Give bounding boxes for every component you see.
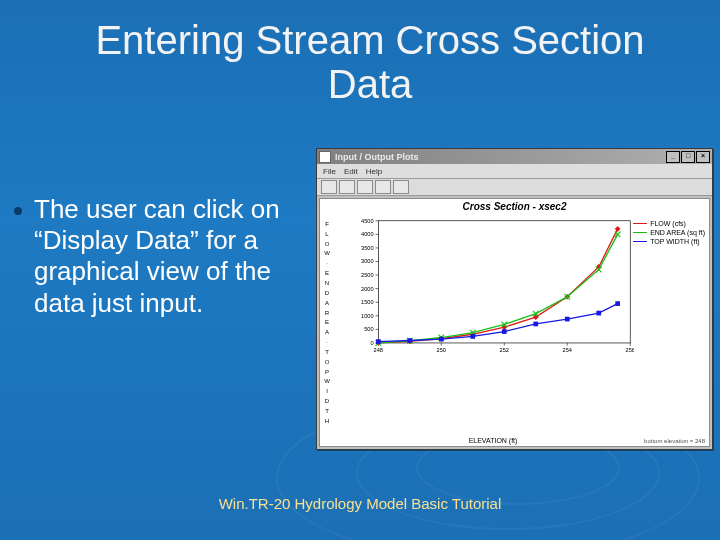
legend-item: END AREA (sq ft) [633, 228, 705, 237]
plot-title: Cross Section - xsec2 [320, 201, 709, 212]
svg-rect-35 [502, 329, 507, 334]
legend-label: END AREA (sq ft) [650, 228, 705, 237]
svg-rect-33 [439, 337, 444, 342]
window-title: Input / Output Plots [335, 152, 418, 162]
svg-text:256: 256 [626, 347, 634, 353]
svg-rect-31 [376, 339, 381, 344]
slide-footer: Win.TR-20 Hydrology Model Basic Tutorial [0, 495, 720, 512]
diamond-icon [633, 223, 647, 224]
toolbar [317, 179, 712, 196]
svg-text:254: 254 [563, 347, 572, 353]
svg-text:4000: 4000 [361, 231, 374, 237]
svg-text:1000: 1000 [361, 313, 374, 319]
svg-rect-34 [470, 334, 475, 339]
svg-rect-37 [565, 317, 570, 322]
chart-canvas: 0500100015002000250030003500400045002482… [352, 217, 634, 358]
toolbar-button-4[interactable] [375, 180, 391, 194]
chart-legend: FLOW (cfs) END AREA (sq ft) TOP WIDTH (f… [633, 219, 705, 246]
legend-item: TOP WIDTH (ft) [633, 237, 705, 246]
svg-text:248: 248 [374, 347, 383, 353]
bullet-text: The user can click on “Display Data” for… [34, 194, 299, 319]
menu-help[interactable]: Help [366, 167, 382, 176]
svg-rect-36 [533, 322, 538, 327]
square-icon [633, 241, 647, 242]
legend-label: FLOW (cfs) [650, 219, 686, 228]
minimize-button[interactable]: _ [666, 151, 680, 163]
app-icon [319, 151, 331, 163]
menu-bar: File Edit Help [317, 164, 712, 179]
legend-label: TOP WIDTH (ft) [650, 237, 700, 246]
close-button[interactable]: × [696, 151, 710, 163]
svg-rect-32 [407, 338, 412, 343]
window-titlebar[interactable]: Input / Output Plots _ □ × [317, 149, 712, 164]
toolbar-button-1[interactable] [321, 180, 337, 194]
slide-title: Entering Stream Cross Section Data [50, 18, 690, 106]
svg-text:4500: 4500 [361, 218, 374, 224]
menu-file[interactable]: File [323, 167, 336, 176]
plot-area: Cross Section - xsec2 FLOW · END AREA · … [319, 198, 710, 447]
menu-edit[interactable]: Edit [344, 167, 358, 176]
x-axis-label: ELEVATION (ft) [352, 437, 634, 444]
svg-text:2500: 2500 [361, 272, 374, 278]
svg-text:3000: 3000 [361, 258, 374, 264]
bullet-item: The user can click on “Display Data” for… [14, 194, 299, 319]
maximize-button[interactable]: □ [681, 151, 695, 163]
toolbar-button-5[interactable] [393, 180, 409, 194]
toolbar-button-3[interactable] [357, 180, 373, 194]
legend-item: FLOW (cfs) [633, 219, 705, 228]
svg-text:1500: 1500 [361, 299, 374, 305]
plot-bottom-note: bottom elevation = 248 [644, 438, 705, 444]
svg-rect-39 [615, 301, 620, 306]
svg-text:0: 0 [370, 340, 373, 346]
x-icon [633, 232, 647, 233]
svg-text:252: 252 [500, 347, 509, 353]
svg-text:500: 500 [364, 326, 373, 332]
y-axis-label: FLOW · END AREA · TOP WIDTH [322, 219, 332, 426]
svg-text:3500: 3500 [361, 245, 374, 251]
svg-rect-38 [596, 311, 601, 316]
toolbar-button-2[interactable] [339, 180, 355, 194]
svg-text:250: 250 [437, 347, 446, 353]
slide-body: The user can click on “Display Data” for… [14, 194, 299, 319]
svg-text:2000: 2000 [361, 286, 374, 292]
slide: Entering Stream Cross Section Data The u… [0, 0, 720, 540]
bullet-dot-icon [14, 207, 22, 215]
plots-window: Input / Output Plots _ □ × File Edit Hel… [316, 148, 713, 450]
